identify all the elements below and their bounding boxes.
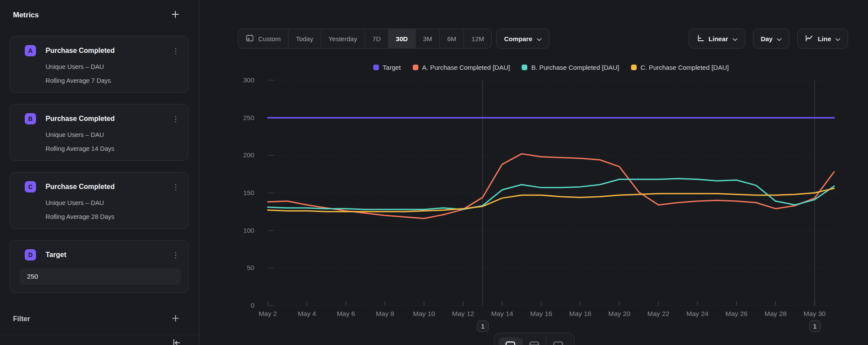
split-view-icon <box>553 341 563 345</box>
svg-text:May 28: May 28 <box>765 310 787 317</box>
metric-badge: B <box>25 113 36 124</box>
filter-section: Filter <box>13 315 179 323</box>
plus-icon <box>172 315 179 323</box>
table-view-icon <box>529 341 539 345</box>
sidebar-divider <box>0 335 200 335</box>
svg-text:May 10: May 10 <box>413 310 435 317</box>
svg-text:May 12: May 12 <box>452 310 474 317</box>
kebab-menu-icon[interactable]: ⋮ <box>172 115 179 123</box>
svg-text:250: 250 <box>243 114 254 121</box>
chart-view-toggle[interactable] <box>499 337 522 345</box>
metrics-header: Metrics <box>13 10 179 20</box>
view-toggle <box>494 333 575 345</box>
chart-view-icon <box>505 341 516 345</box>
svg-text:May 6: May 6 <box>337 310 355 317</box>
svg-text:May 30: May 30 <box>804 310 826 317</box>
svg-text:May 20: May 20 <box>608 310 631 317</box>
metric-title: Purchase Completed <box>46 115 172 123</box>
add-metric-button[interactable] <box>171 10 179 20</box>
metric-card-b[interactable]: B Purchase Completed ⋮ Unique Users – DA… <box>10 104 188 161</box>
kebab-menu-icon[interactable]: ⋮ <box>172 183 179 191</box>
metric-title: Purchase Completed <box>46 47 172 55</box>
svg-text:200: 200 <box>243 151 254 159</box>
target-card[interactable]: D Target ⋮ <box>10 240 188 293</box>
collapse-left-icon <box>172 338 181 345</box>
svg-text:May 24: May 24 <box>687 310 709 317</box>
metric-card-a[interactable]: A Purchase Completed ⋮ Unique Users – DA… <box>10 36 188 93</box>
svg-text:May 2: May 2 <box>259 310 277 317</box>
svg-text:50: 50 <box>247 264 255 271</box>
kebab-menu-icon[interactable]: ⋮ <box>172 251 179 259</box>
kebab-menu-icon[interactable]: ⋮ <box>172 47 179 55</box>
chart-canvas[interactable]: 050100150200250300May 2May 4May 6May 8Ma… <box>200 0 868 345</box>
metric-rolling-average[interactable]: Rolling Average 28 Days <box>46 213 179 220</box>
chart-panel: Custom Today Yesterday 7D 30D 3M 6M 12M … <box>200 0 868 345</box>
metric-measure[interactable]: Unique Users – DAU <box>46 131 179 138</box>
svg-text:150: 150 <box>243 189 254 196</box>
split-view-toggle[interactable] <box>546 337 570 345</box>
series-c <box>268 189 834 212</box>
metric-measure[interactable]: Unique Users – DAU <box>46 63 179 70</box>
metric-badge: C <box>25 181 36 192</box>
metric-title: Purchase Completed <box>46 183 172 191</box>
metric-rolling-average[interactable]: Rolling Average 7 Days <box>46 77 179 84</box>
annotation-marker[interactable]: 1 <box>809 320 821 332</box>
svg-text:May 8: May 8 <box>376 310 394 317</box>
target-value-input[interactable] <box>20 268 181 285</box>
target-title: Target <box>46 251 172 259</box>
svg-text:0: 0 <box>250 302 254 309</box>
metric-measure[interactable]: Unique Users – DAU <box>46 199 179 206</box>
svg-text:May 18: May 18 <box>569 310 592 317</box>
metric-card-c[interactable]: C Purchase Completed ⋮ Unique Users – DA… <box>10 172 188 229</box>
collapse-sidebar-button[interactable] <box>172 338 181 345</box>
annotation-marker[interactable]: 1 <box>477 320 489 332</box>
metric-badge: D <box>25 249 36 260</box>
plus-icon <box>171 10 179 20</box>
series-b <box>268 179 834 209</box>
svg-text:100: 100 <box>243 227 254 234</box>
svg-text:May 22: May 22 <box>648 310 670 317</box>
metrics-title: Metrics <box>13 11 39 20</box>
svg-text:May 14: May 14 <box>491 310 513 317</box>
table-view-toggle[interactable] <box>522 337 546 345</box>
metric-badge: A <box>25 45 36 56</box>
add-filter-button[interactable] <box>172 315 179 323</box>
svg-text:May 16: May 16 <box>530 310 552 317</box>
metrics-sidebar: Metrics A Purchase Completed ⋮ Unique Us… <box>0 0 200 345</box>
svg-text:May 26: May 26 <box>726 310 748 317</box>
svg-text:300: 300 <box>243 76 254 84</box>
filter-title: Filter <box>13 315 30 323</box>
svg-text:May 4: May 4 <box>298 310 316 317</box>
metric-rolling-average[interactable]: Rolling Average 14 Days <box>46 145 179 152</box>
